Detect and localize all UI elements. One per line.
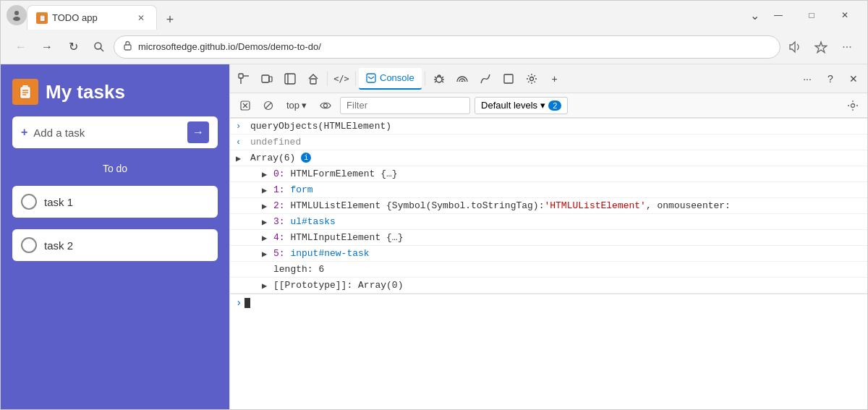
- ban-icon-button[interactable]: [259, 97, 278, 114]
- svg-rect-29: [504, 74, 513, 83]
- value-4: HTMLInputElement {…}: [290, 232, 403, 243]
- console-line-query: › queryObjects(HTMLElement): [230, 118, 867, 134]
- log-levels-selector[interactable]: Default levels ▾ 2: [475, 97, 568, 114]
- tab-close-btn[interactable]: ✕: [135, 12, 148, 25]
- info-icon: i: [301, 153, 311, 163]
- layers-icon-button[interactable]: [498, 68, 519, 90]
- more-options-icon[interactable]: ···: [835, 35, 859, 59]
- expand-5-icon[interactable]: ▶: [262, 249, 267, 260]
- help-button[interactable]: ?: [820, 68, 841, 90]
- sidebar-toggle-button[interactable]: [279, 68, 301, 90]
- network-icon-button[interactable]: [451, 68, 473, 90]
- title-bar: 📋 TODO app ✕ + ⌄ — □ ✕: [1, 1, 867, 30]
- add-task-row[interactable]: + Add a task →: [12, 116, 218, 148]
- task-checkbox-2[interactable]: [21, 237, 37, 253]
- svg-line-26: [442, 77, 443, 78]
- index-5: 5:: [273, 248, 290, 259]
- expand-3-icon[interactable]: ▶: [262, 217, 267, 228]
- inspect-element-button[interactable]: [233, 68, 255, 90]
- console-line-0[interactable]: ▶ 0: HTMLFormElement {…}: [230, 166, 867, 182]
- value-2-rest: , onmouseenter:: [646, 200, 731, 211]
- clear-console-button[interactable]: [236, 97, 255, 114]
- close-devtools-button[interactable]: ✕: [843, 68, 864, 90]
- elements-button[interactable]: </>: [331, 68, 352, 90]
- settings-icon-button[interactable]: [521, 68, 542, 90]
- clipboard-icon: [12, 79, 38, 105]
- console-tab[interactable]: Console: [359, 68, 422, 90]
- performance-icon-button[interactable]: [475, 68, 496, 90]
- console-line-5[interactable]: ▶ 5: input#new-task: [230, 246, 867, 262]
- url-text: microsoftedge.github.io/Demos/demo-to-do…: [138, 41, 771, 52]
- context-selector[interactable]: top ▾: [282, 97, 311, 114]
- value-1: form: [290, 184, 312, 195]
- devtools-filter-bar: top ▾ Default levels ▾ 2: [230, 93, 867, 118]
- chevron-down-icon[interactable]: ⌄: [747, 6, 762, 25]
- add-task-button[interactable]: →: [187, 121, 209, 143]
- eye-icon-button[interactable]: [315, 97, 336, 114]
- expand-2-icon[interactable]: ▶: [262, 201, 267, 212]
- context-label: top: [286, 100, 299, 111]
- console-line-4[interactable]: ▶ 4: HTMLInputElement {…}: [230, 230, 867, 246]
- toolbar-separator-2: [355, 72, 356, 86]
- svg-line-28: [442, 81, 443, 82]
- value-5: input#new-task: [290, 248, 369, 259]
- home-icon-button[interactable]: [302, 68, 324, 90]
- expand-proto-icon[interactable]: ▶: [262, 281, 267, 291]
- more-tools-button[interactable]: ···: [796, 68, 818, 90]
- add-task-label: Add a task: [33, 127, 182, 139]
- svg-line-21: [371, 77, 374, 79]
- address-bar[interactable]: microsoftedge.github.io/Demos/demo-to-do…: [114, 35, 780, 59]
- minimize-button[interactable]: —: [762, 4, 795, 27]
- lock-icon: [123, 40, 132, 53]
- value-0: HTMLFormElement {…}: [290, 168, 397, 179]
- console-line-2[interactable]: ▶ 2: HTMLUListElement {Symbol(Symbol.toS…: [230, 198, 867, 214]
- task-item-2[interactable]: task 2: [12, 229, 218, 261]
- bug-icon-button[interactable]: [428, 68, 450, 90]
- index-3: 3:: [273, 216, 290, 227]
- favorites-icon[interactable]: [809, 35, 833, 59]
- expand-array-icon[interactable]: ▶: [236, 153, 241, 164]
- context-arrow: ▾: [302, 100, 307, 111]
- close-button[interactable]: ✕: [828, 4, 861, 27]
- console-line-prototype[interactable]: ▶ [[Prototype]]: Array(0): [230, 278, 867, 294]
- svg-line-25: [435, 77, 436, 78]
- console-line-3[interactable]: ▶ 3: ul#tasks: [230, 214, 867, 230]
- read-aloud-icon[interactable]: [783, 35, 807, 59]
- back-button[interactable]: ←: [9, 35, 33, 59]
- task-checkbox-1[interactable]: [21, 194, 37, 210]
- todo-header: My tasks: [12, 79, 218, 105]
- tabs-area: 📋 TODO app ✕ +: [27, 1, 747, 30]
- new-tab-button[interactable]: +: [160, 9, 180, 30]
- task-label-1: task 1: [44, 196, 73, 208]
- refresh-button[interactable]: ↻: [61, 35, 85, 59]
- array-label: Array(6): [250, 153, 301, 163]
- console-line-1[interactable]: ▶ 1: form: [230, 182, 867, 198]
- task-item-1[interactable]: task 1: [12, 186, 218, 218]
- svg-line-35: [265, 103, 271, 108]
- expand-4-icon[interactable]: ▶: [262, 233, 267, 244]
- console-line-array[interactable]: ▶ Array(6) i: [230, 150, 867, 166]
- svg-point-36: [324, 103, 328, 107]
- console-output: › queryObjects(HTMLElement) ‹ undefined …: [230, 118, 867, 409]
- maximize-button[interactable]: □: [795, 4, 828, 27]
- expand-1-icon[interactable]: ▶: [262, 185, 267, 196]
- title-bar-controls: ⌄ — □ ✕: [747, 4, 861, 27]
- prototype-label: [[Prototype]]:: [273, 280, 358, 291]
- search-button[interactable]: [88, 35, 111, 59]
- expand-0-icon[interactable]: ▶: [262, 169, 267, 180]
- forward-button[interactable]: →: [35, 35, 59, 59]
- output-arrow-icon: ‹: [236, 137, 241, 148]
- profile-icon[interactable]: [7, 5, 27, 25]
- add-tool-button[interactable]: +: [544, 68, 566, 90]
- svg-point-37: [851, 103, 855, 107]
- console-cursor: [244, 298, 250, 308]
- console-input-line[interactable]: ›: [230, 294, 867, 312]
- filter-input[interactable]: [340, 97, 470, 114]
- tab-label: TODO app: [52, 12, 98, 23]
- tab-favicon: 📋: [36, 12, 48, 24]
- index-4: 4:: [273, 232, 290, 243]
- device-emulation-button[interactable]: [256, 68, 278, 90]
- active-tab[interactable]: 📋 TODO app ✕: [27, 5, 157, 30]
- console-settings-button[interactable]: [844, 97, 861, 114]
- console-line-undefined: ‹ undefined: [230, 134, 867, 150]
